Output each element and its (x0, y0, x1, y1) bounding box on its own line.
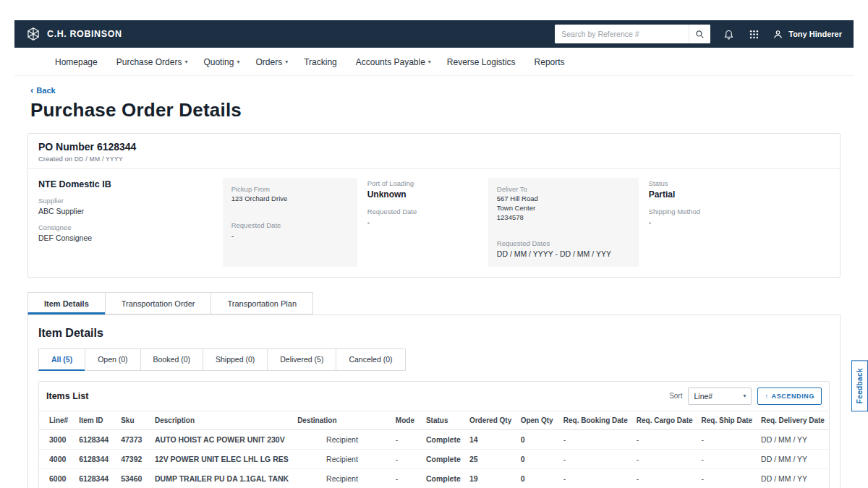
cell-item-id: 6128344 (75, 429, 116, 449)
apps-button[interactable] (747, 27, 761, 41)
cell-mode: - (391, 429, 422, 449)
app-root: C.H. ROBINSON (14, 20, 854, 488)
filter-all[interactable]: All (5) (38, 348, 85, 371)
col-destination: Destination (293, 411, 391, 429)
detail-tabs: Item Details Transportation Order Transp… (27, 292, 841, 314)
cell-req-ship-date: - (697, 429, 757, 449)
cell-req-booking-date: - (559, 468, 632, 488)
filter-shipped[interactable]: Shipped (0) (203, 348, 268, 371)
consignee-label: Consignee (38, 223, 213, 231)
supplier-label: Supplier (38, 197, 213, 205)
sort-direction-button[interactable]: ↑ ASCENDING (757, 388, 822, 405)
col-req-booking-date: Req. Booking Date (559, 411, 632, 429)
filter-canceled[interactable]: Canceled (0) (336, 348, 405, 371)
cell-mode: - (391, 449, 422, 468)
supplier-value: ABC Supplier (38, 206, 213, 216)
filter-booked[interactable]: Booked (0) (140, 348, 203, 371)
sort-selected-value: Line# (694, 392, 712, 401)
port-label: Port of Loading (367, 179, 478, 187)
user-menu[interactable]: Tony Hinderer (773, 29, 842, 40)
feedback-button[interactable]: Feedback (851, 360, 868, 411)
tab-transportation-order[interactable]: Transportation Order (105, 292, 212, 314)
nav-item-homepage[interactable]: Homepage (55, 57, 101, 67)
sort-label: Sort (669, 392, 682, 400)
nav-item-tracking[interactable]: Tracking (304, 57, 340, 67)
table-row[interactable]: 6000 6128344 53460 DUMP TRAILER PU DA 1.… (39, 468, 829, 488)
cell-req-ship-date: - (697, 449, 757, 468)
items-list-header: Items List Sort Line# ▾ ↑ ASCENDING (39, 382, 829, 411)
cell-sku: 47373 (116, 429, 150, 449)
cell-sku: 53460 (116, 468, 150, 488)
po-parties-column: NTE Domestic IB Supplier ABC Supplier Co… (38, 178, 213, 267)
chr-logo-icon (26, 27, 41, 41)
items-list-panel: Items List Sort Line# ▾ ↑ ASCENDING (38, 381, 830, 488)
search-input[interactable] (555, 25, 689, 43)
status-column: Status Partial Shipping Method - (649, 178, 767, 267)
pickup-requested-date-label: Requested Date (231, 221, 349, 229)
cell-req-cargo-date: - (632, 449, 697, 468)
nav-item-quoting[interactable]: Quoting▾ (203, 57, 239, 67)
back-link[interactable]: ‹ Back (30, 85, 56, 95)
page-title: Purchase Order Details (30, 99, 841, 121)
nav-item-reports[interactable]: Reports (535, 57, 568, 67)
brand-home-link[interactable]: C.H. ROBINSON (26, 27, 122, 41)
col-req-ship-date: Req. Ship Date (697, 411, 757, 429)
tab-item-details[interactable]: Item Details (27, 292, 106, 314)
po-grid: NTE Domestic IB Supplier ABC Supplier Co… (28, 168, 840, 277)
po-number: PO Number 6128344 (38, 141, 830, 153)
col-status: Status (422, 411, 465, 429)
po-created: Created on DD / MM / YYYY (38, 155, 830, 163)
nav-label: Tracking (304, 57, 337, 67)
col-sku: Sku (116, 411, 150, 429)
cell-destination: Recipient (293, 449, 391, 468)
deliver-address-line2: Town Center (497, 204, 630, 213)
sort-select[interactable]: Line# ▾ (688, 388, 752, 405)
cell-req-ship-date: - (697, 468, 757, 488)
col-item-id: Item ID (75, 411, 116, 429)
cell-open-qty: 0 (516, 449, 559, 468)
notifications-button[interactable] (722, 27, 736, 41)
port-requested-date-label: Requested Date (367, 207, 478, 215)
sort-controls: Sort Line# ▾ ↑ ASCENDING (669, 388, 822, 405)
deliver-panel: Deliver To 567 Hill Road Town Center 123… (488, 178, 639, 267)
filter-open[interactable]: Open (0) (85, 348, 140, 371)
tab-transportation-plan[interactable]: Transportation Plan (210, 292, 313, 314)
cell-line: 3000 (39, 429, 75, 449)
item-details-card: Item Details All (5) Open (0) Booked (0)… (27, 314, 841, 488)
deliver-requested-dates-value: DD / MM / YYYY - DD / MM / YYY (497, 249, 630, 259)
col-ordered-qty: Ordered Qty (465, 411, 516, 429)
nav-label: Reports (535, 57, 565, 67)
filter-delivered[interactable]: Delivered (5) (267, 348, 336, 371)
sort-direction-label: ASCENDING (772, 393, 814, 400)
pickup-requested-date-value: - (231, 231, 349, 241)
nav-item-accounts-payable[interactable]: Accounts Payable▾ (356, 57, 431, 67)
search-button[interactable] (689, 25, 710, 43)
topbar: C.H. ROBINSON (14, 20, 854, 48)
pickup-panel: Pickup From 123 Orchard Drive Requested … (223, 178, 357, 267)
chevron-down-icon: ▾ (743, 393, 746, 399)
main-nav: Homepage Purchase Orders▾ Quoting▾ Order… (14, 48, 854, 76)
chevron-down-icon: ▾ (184, 59, 187, 65)
cell-ordered-qty: 25 (465, 449, 516, 468)
reference-search (555, 25, 710, 43)
cell-mode: - (391, 468, 422, 488)
table-header-row: Line# Item ID Sku Description Destinatio… (39, 411, 829, 429)
cell-description: AUTO HOIST AC POWER UNIT 230V (150, 429, 293, 449)
pickup-label: Pickup From (231, 185, 349, 193)
nav-item-purchase-orders[interactable]: Purchase Orders▾ (116, 57, 188, 67)
cell-destination: Recipient (293, 429, 391, 449)
table-row[interactable]: 3000 6128344 47373 AUTO HOIST AC POWER U… (39, 429, 829, 449)
cell-description: 12V POWER UNIT ELEC LHL LG RES (150, 449, 293, 468)
po-summary-card: PO Number 6128344 Created on DD / MM / Y… (27, 133, 841, 278)
po-created-value: DD / MM / YYYY (75, 155, 123, 163)
cell-open-qty: 0 (516, 468, 559, 488)
nav-item-reverse-logistics[interactable]: Reverse Logistics (447, 57, 519, 67)
table-row[interactable]: 4000 6128344 47392 12V POWER UNIT ELEC L… (39, 449, 829, 468)
cell-item-id: 6128344 (75, 468, 116, 488)
cell-req-cargo-date: - (632, 429, 697, 449)
search-icon (695, 30, 705, 39)
apps-grid-icon (749, 29, 760, 40)
nav-item-orders[interactable]: Orders▾ (255, 57, 288, 67)
cell-status: Complete (422, 468, 465, 488)
col-line: Line# (39, 411, 75, 429)
